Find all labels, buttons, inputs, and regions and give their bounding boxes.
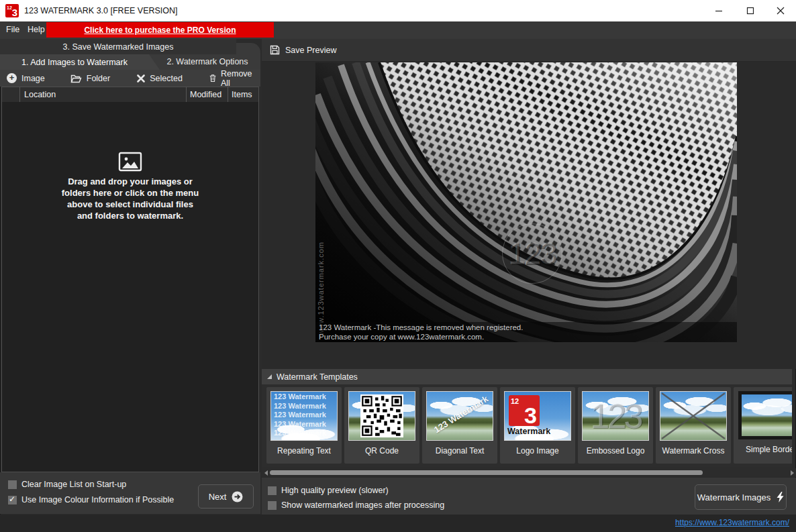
templates-scrollbar[interactable]	[262, 468, 796, 477]
embossed-logo-text: 123	[509, 235, 556, 272]
logo-small-digits: 12	[511, 397, 519, 405]
template-label: Repeating Text	[277, 446, 331, 456]
template-label: Simple Border	[746, 445, 792, 454]
template-card-qr-code[interactable]: QR Code	[344, 387, 419, 464]
menu-file[interactable]: File	[6, 25, 19, 34]
show-after-checkbox[interactable]	[268, 501, 277, 510]
template-card-logo-image[interactable]: 12 3 Watermark Logo Image	[500, 387, 575, 464]
plus-circle-icon: +	[7, 73, 17, 83]
add-image-label: Image	[21, 74, 45, 83]
templates-header-label: Watermark Templates	[277, 372, 358, 382]
tab-add-images[interactable]: 1. Add Images to Watermark	[0, 54, 160, 70]
column-select[interactable]	[2, 87, 20, 102]
repeat-line: 123 Watermark	[274, 392, 326, 402]
template-card-watermark-cross[interactable]: Watermark Cross	[656, 387, 731, 464]
templates-row: 123 Watermark 123 Watermark 123 Watermar…	[262, 384, 792, 468]
remove-all-button[interactable]: Remove All	[203, 70, 261, 87]
scroll-left-button[interactable]	[262, 468, 270, 477]
arrow-right-circle-icon	[232, 491, 243, 502]
scrollbar-track[interactable]	[270, 468, 788, 477]
tab-watermark-options[interactable]: 2. Watermark Options	[154, 57, 260, 66]
preview-area: www.123watermark.com 123 123 Watermark -…	[262, 62, 796, 369]
embossed-numbers: 123	[583, 392, 648, 440]
column-location[interactable]: Location	[20, 87, 187, 102]
website-link[interactable]: https://www.123watermark.com/	[675, 518, 789, 527]
remove-selected-label: Selected	[150, 74, 183, 83]
repeat-line: 123 Watermark	[274, 411, 326, 420]
purchase-pro-banner[interactable]: Click here to purchase the PRO Version	[46, 22, 274, 38]
high-quality-label: High quality preview (slower)	[281, 486, 389, 495]
tab-save-label: 3. Save Watermarked Images	[63, 42, 174, 52]
repeating-text-thumbnail: 123 Watermark 123 Watermark 123 Watermar…	[270, 391, 338, 441]
watermark-images-label: Watermark Images	[697, 492, 770, 502]
template-label: Logo Image	[516, 446, 558, 456]
preview-image[interactable]: www.123watermark.com 123 123 Watermark -…	[315, 62, 737, 342]
simple-border-thumbnail	[738, 391, 792, 439]
column-modified[interactable]: Modified	[187, 87, 228, 102]
template-card-simple-border[interactable]: Simple Border	[734, 387, 792, 464]
column-items[interactable]: Items	[228, 87, 258, 102]
logo-red-square: 12 3	[509, 395, 540, 426]
trial-line-2: Purchase your copy at www.123watermark.c…	[319, 332, 734, 341]
maximize-button[interactable]	[735, 0, 766, 21]
save-preview-label: Save Preview	[285, 46, 336, 55]
scroll-left-icon	[264, 470, 268, 476]
templates-expander[interactable]: Watermark Templates	[262, 369, 792, 384]
menubar: File Help Click here to purchase the PRO…	[0, 21, 796, 39]
template-card-diagonal-text[interactable]: 123 Watermark Diagonal Text	[422, 387, 497, 464]
app-logo-big-digit: 3	[12, 7, 17, 18]
left-options-panel: Clear Image List on Start-up Use Image C…	[0, 472, 260, 514]
drop-line-3: above to select individual files	[62, 199, 199, 210]
tab-save-watermarked-images[interactable]: 3. Save Watermarked Images	[0, 39, 236, 54]
add-image-button[interactable]: + Image	[0, 70, 52, 87]
titlebar: 12 3 123 WATERMARK 3.0 [FREE VERSION]	[0, 0, 796, 21]
image-toolbar: + Image Folder Selected Remove All	[0, 70, 260, 87]
template-label: QR Code	[365, 446, 399, 456]
show-after-label: Show watermarked images after processing	[281, 500, 444, 510]
add-folder-label: Folder	[87, 74, 110, 83]
repeating-text-lines: 123 Watermark 123 Watermark 123 Watermar…	[274, 392, 326, 438]
tab-add-label: 1. Add Images to Watermark	[0, 58, 149, 67]
watermark-images-button[interactable]: Watermark Images	[695, 484, 787, 510]
preview-toolbar: Save Preview	[262, 39, 796, 62]
diagonal-text-thumbnail: 123 Watermark	[426, 391, 493, 441]
drop-line-4: and folders to watermark.	[62, 210, 199, 221]
trial-line-1: 123 Watermark -This message is removed w…	[319, 323, 734, 332]
scroll-right-icon	[791, 470, 794, 476]
embossed-logo-watermark: 123	[502, 223, 562, 284]
folder-open-icon	[70, 74, 82, 83]
embossed-logo-thumbnail: 123	[582, 391, 649, 441]
next-button[interactable]: Next	[198, 484, 254, 509]
remove-selected-button[interactable]: Selected	[130, 70, 189, 87]
trash-icon	[209, 73, 216, 83]
template-label: Embossed Logo	[587, 446, 645, 456]
use-colour-label: Use Image Colour Information if Possible	[21, 495, 174, 504]
clear-list-checkbox[interactable]	[8, 480, 17, 489]
preview-photo	[315, 62, 737, 342]
scrollbar-thumb[interactable]	[270, 470, 703, 475]
close-button[interactable]	[765, 0, 796, 21]
diagonal-text: 123 Watermark	[427, 391, 493, 438]
scroll-right-button[interactable]	[788, 468, 796, 477]
image-list-header: Location Modified Items	[1, 87, 259, 102]
app-window: 12 3 123 WATERMARK 3.0 [FREE VERSION] Fi…	[0, 0, 796, 532]
logo-word: Watermark	[507, 427, 550, 436]
template-card-embossed-logo[interactable]: 123 Embossed Logo	[578, 387, 653, 464]
minimize-button[interactable]	[703, 0, 734, 21]
expander-triangle-icon	[267, 374, 272, 379]
logo-big-digit: 3	[524, 403, 537, 429]
image-drop-zone[interactable]: Drag and drop your images or folders her…	[1, 102, 259, 472]
save-preview-button[interactable]: Save Preview	[262, 42, 344, 58]
next-label: Next	[209, 492, 227, 502]
clear-list-label: Clear Image List on Start-up	[21, 480, 126, 489]
minimize-icon	[715, 7, 723, 15]
app-logo-small-digits: 12	[7, 5, 12, 10]
template-card-repeating-text[interactable]: 123 Watermark 123 Watermark 123 Watermar…	[266, 387, 342, 464]
use-colour-checkbox[interactable]	[8, 496, 17, 504]
lightning-icon	[777, 492, 784, 502]
add-folder-button[interactable]: Folder	[64, 70, 117, 87]
repeat-line: 123 Watermark	[274, 429, 326, 438]
menu-help[interactable]: Help	[28, 25, 45, 34]
high-quality-checkbox[interactable]	[268, 486, 277, 495]
repeat-line: 123 Watermark	[274, 402, 326, 411]
